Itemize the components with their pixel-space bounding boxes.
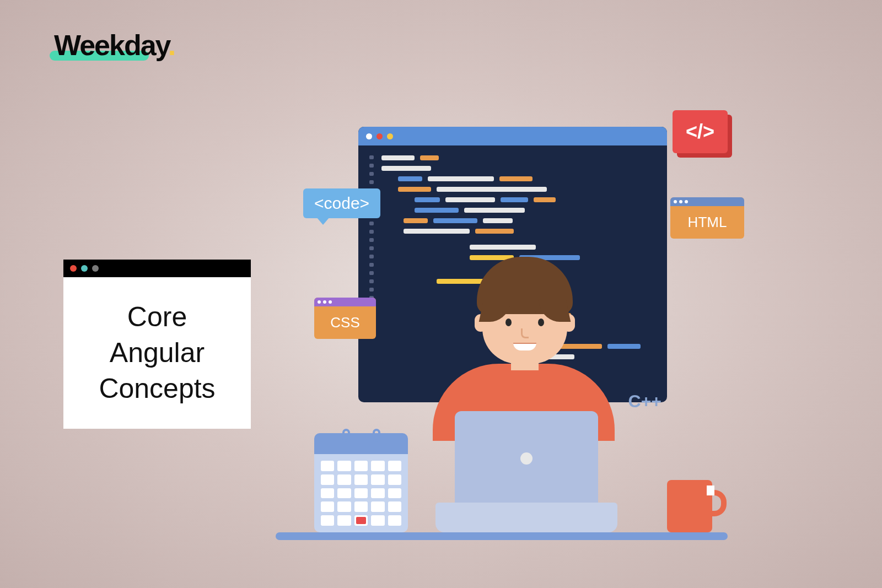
- desk-surface: [276, 532, 728, 540]
- css-tag-label: CSS: [314, 306, 376, 339]
- html-tag: HTML: [670, 197, 744, 239]
- person-hair: [477, 257, 573, 314]
- calendar-icon: [314, 433, 408, 532]
- illustration: </> <code> CSS HTML C++: [309, 110, 706, 540]
- person-brow: [502, 311, 514, 314]
- code-bubble: <code>: [303, 188, 380, 218]
- title-card: Core Angular Concepts: [63, 260, 251, 429]
- person-brow: [535, 311, 547, 314]
- html-tag-bar: [670, 197, 744, 206]
- code-bubble-text: <code>: [314, 194, 369, 212]
- logo: Weekday.: [54, 29, 175, 62]
- editor-dot: [377, 133, 383, 139]
- mug-teabag: [707, 485, 714, 495]
- editor-dot: [387, 133, 393, 139]
- title-line-2: Angular: [74, 335, 240, 371]
- calendar-rings: [314, 429, 408, 442]
- laptop-icon: [435, 411, 617, 532]
- laptop-screen: [455, 411, 598, 506]
- laptop-base: [435, 503, 617, 532]
- calendar-grid: [314, 454, 408, 532]
- editor-dot: [366, 133, 372, 139]
- logo-dot: .: [168, 29, 175, 61]
- logo-text: Weekday.: [54, 29, 175, 61]
- slash-text: </>: [686, 120, 714, 143]
- css-tag-bar: [314, 298, 376, 306]
- window-dot-gray: [92, 265, 99, 272]
- person-nose: [521, 328, 529, 338]
- person-mouth: [513, 343, 536, 350]
- person-eye: [538, 319, 544, 326]
- cpp-label: C++: [628, 391, 662, 412]
- code-slash-badge: </>: [673, 110, 728, 153]
- title-card-body: Core Angular Concepts: [63, 277, 251, 429]
- title-line-1: Core: [74, 299, 240, 335]
- person-eye: [505, 319, 512, 326]
- title-line-3: Concepts: [74, 371, 240, 407]
- person-head: [482, 268, 567, 364]
- title-card-titlebar: [63, 260, 251, 277]
- mug-icon: [667, 480, 722, 532]
- css-tag: CSS: [314, 298, 376, 339]
- editor-titlebar: [358, 127, 667, 145]
- mug-body: [667, 480, 712, 532]
- window-dot-red: [70, 265, 77, 272]
- window-dot-teal: [81, 265, 88, 272]
- logo-word: Weekday: [54, 29, 168, 61]
- html-tag-label: HTML: [670, 206, 744, 239]
- laptop-camera: [520, 452, 533, 465]
